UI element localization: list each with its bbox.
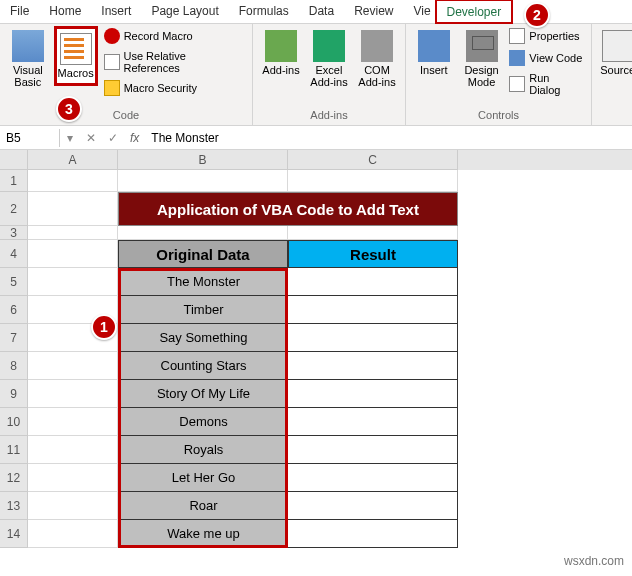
cell-a10[interactable] xyxy=(28,408,118,436)
cell-c3[interactable] xyxy=(288,226,458,240)
view-code-icon xyxy=(509,50,525,66)
formula-bar: B5 ▾ ✕ ✓ fx The Monster xyxy=(0,126,632,150)
macros-icon xyxy=(60,33,92,65)
design-mode-button[interactable]: Design Mode xyxy=(460,26,504,92)
tab-view[interactable]: Vie xyxy=(404,0,436,23)
tab-review[interactable]: Review xyxy=(344,0,403,23)
tab-insert[interactable]: Insert xyxy=(91,0,141,23)
tab-formulas[interactable]: Formulas xyxy=(229,0,299,23)
row-header-1[interactable]: 1 xyxy=(0,170,28,192)
cell-c1[interactable] xyxy=(288,170,458,192)
row-header-13[interactable]: 13 xyxy=(0,492,28,520)
header-result[interactable]: Result xyxy=(288,240,458,268)
cell-b11[interactable]: Royals xyxy=(118,436,288,464)
col-header-c[interactable]: C xyxy=(288,150,458,170)
cell-c7[interactable] xyxy=(288,324,458,352)
name-box-dropdown[interactable]: ▾ xyxy=(60,131,80,145)
addins-button[interactable]: Add-ins xyxy=(259,26,303,80)
use-relative-button[interactable]: Use Relative References xyxy=(102,48,246,76)
cell-a13[interactable] xyxy=(28,492,118,520)
tab-developer[interactable]: Developer xyxy=(435,0,514,24)
cell-c10[interactable] xyxy=(288,408,458,436)
col-header-b[interactable]: B xyxy=(118,150,288,170)
tab-data[interactable]: Data xyxy=(299,0,344,23)
run-dialog-button[interactable]: Run Dialog xyxy=(507,70,585,98)
view-code-button[interactable]: View Code xyxy=(507,48,585,68)
com-addins-button[interactable]: COM Add-ins xyxy=(355,26,399,92)
row-header-8[interactable]: 8 xyxy=(0,352,28,380)
row-header-14[interactable]: 14 xyxy=(0,520,28,548)
cell-a8[interactable] xyxy=(28,352,118,380)
macros-label: Macros xyxy=(58,67,94,79)
cell-c14[interactable] xyxy=(288,520,458,548)
row-header-5[interactable]: 5 xyxy=(0,268,28,296)
cell-b5[interactable]: The Monster xyxy=(118,268,288,296)
cell-b10[interactable]: Demons xyxy=(118,408,288,436)
cell-c9[interactable] xyxy=(288,380,458,408)
callout-badge-2: 2 xyxy=(524,2,550,28)
row-header-4[interactable]: 4 xyxy=(0,240,28,268)
tab-file[interactable]: File xyxy=(0,0,39,23)
col-header-a[interactable]: A xyxy=(28,150,118,170)
cell-c12[interactable] xyxy=(288,464,458,492)
row-header-2[interactable]: 2 xyxy=(0,192,28,226)
cell-c13[interactable] xyxy=(288,492,458,520)
source-icon xyxy=(602,30,632,62)
relative-icon xyxy=(104,54,120,70)
cell-a4[interactable] xyxy=(28,240,118,268)
row-header-10[interactable]: 10 xyxy=(0,408,28,436)
tab-page-layout[interactable]: Page Layout xyxy=(141,0,228,23)
properties-button[interactable]: Properties xyxy=(507,26,585,46)
tab-home[interactable]: Home xyxy=(39,0,91,23)
formula-input[interactable]: The Monster xyxy=(145,129,632,147)
cell-a12[interactable] xyxy=(28,464,118,492)
visual-basic-button[interactable]: Visual Basic xyxy=(6,26,50,92)
cell-b12[interactable]: Let Her Go xyxy=(118,464,288,492)
cell-a1[interactable] xyxy=(28,170,118,192)
fx-icon[interactable]: fx xyxy=(124,131,145,145)
row-header-7[interactable]: 7 xyxy=(0,324,28,352)
cell-b8[interactable]: Counting Stars xyxy=(118,352,288,380)
row-header-3[interactable]: 3 xyxy=(0,226,28,240)
visual-basic-icon xyxy=(12,30,44,62)
row-header-12[interactable]: 12 xyxy=(0,464,28,492)
ribbon-group-controls: Insert Design Mode Properties View Code … xyxy=(406,24,592,125)
code-group-label: Code xyxy=(6,107,246,123)
cell-a9[interactable] xyxy=(28,380,118,408)
cell-b9[interactable]: Story Of My Life xyxy=(118,380,288,408)
cell-b1[interactable] xyxy=(118,170,288,192)
ribbon-group-code: Visual Basic Macros Record Macro Use Rel… xyxy=(0,24,253,125)
design-icon xyxy=(466,30,498,62)
cell-a14[interactable] xyxy=(28,520,118,548)
cell-b7[interactable]: Say Something xyxy=(118,324,288,352)
name-box[interactable]: B5 xyxy=(0,129,60,147)
cell-b14[interactable]: Wake me up xyxy=(118,520,288,548)
cell-b13[interactable]: Roar xyxy=(118,492,288,520)
macro-security-button[interactable]: Macro Security xyxy=(102,78,246,98)
com-addins-icon xyxy=(361,30,393,62)
insert-control-button[interactable]: Insert xyxy=(412,26,456,80)
row-header-6[interactable]: 6 xyxy=(0,296,28,324)
run-dialog-icon xyxy=(509,76,525,92)
cell-a5[interactable] xyxy=(28,268,118,296)
row-header-9[interactable]: 9 xyxy=(0,380,28,408)
title-merged-cell[interactable]: Application of VBA Code to Add Text xyxy=(118,192,458,226)
excel-addins-button[interactable]: Excel Add-ins xyxy=(307,26,351,92)
cell-b3[interactable] xyxy=(118,226,288,240)
cell-a11[interactable] xyxy=(28,436,118,464)
cancel-icon: ✕ xyxy=(80,131,102,145)
header-original-data[interactable]: Original Data xyxy=(118,240,288,268)
row-header-11[interactable]: 11 xyxy=(0,436,28,464)
cell-a3[interactable] xyxy=(28,226,118,240)
source-button[interactable]: Source xyxy=(598,26,632,80)
cell-c6[interactable] xyxy=(288,296,458,324)
cell-a2[interactable] xyxy=(28,192,118,226)
ribbon-group-addins: Add-ins Excel Add-ins COM Add-ins Add-in… xyxy=(253,24,406,125)
macros-button[interactable]: Macros xyxy=(54,26,98,86)
record-macro-button[interactable]: Record Macro xyxy=(102,26,246,46)
cell-c11[interactable] xyxy=(288,436,458,464)
select-all-button[interactable] xyxy=(0,150,28,170)
cell-c8[interactable] xyxy=(288,352,458,380)
cell-c5[interactable] xyxy=(288,268,458,296)
cell-b6[interactable]: Timber xyxy=(118,296,288,324)
